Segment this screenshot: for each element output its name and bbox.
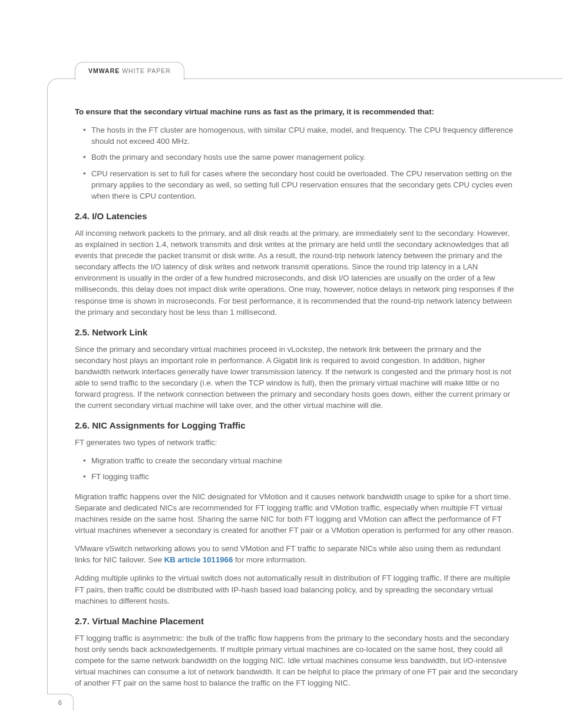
page-number: 6 <box>47 694 74 710</box>
list-item: The hosts in the FT cluster are homogeno… <box>83 124 518 147</box>
section-p3-26: Adding multiple uplinks to the virtual s… <box>75 572 518 606</box>
list-item: CPU reservation is set to full for cases… <box>83 168 518 202</box>
section-body-25: Since the primary and secondary virtual … <box>75 344 518 411</box>
header-tab: VMWARE WHITE PAPER <box>75 62 184 80</box>
list-item: FT logging traffic <box>83 471 518 482</box>
traffic-list: Migration traffic to create the secondar… <box>75 455 518 482</box>
section-heading-25: 2.5. Network Link <box>75 326 518 339</box>
section-body-24: All incoming network packets to the prim… <box>75 228 518 318</box>
p2-suffix: for more information. <box>233 555 306 564</box>
list-item: Migration traffic to create the secondar… <box>83 455 518 466</box>
section-heading-26: 2.6. NIC Assignments for Logging Traffic <box>75 419 518 432</box>
section-lead-26: FT generates two types of network traffi… <box>75 437 518 448</box>
header-doctype: WHITE PAPER <box>122 67 171 74</box>
list-item: Both the primary and secondary hosts use… <box>83 151 518 163</box>
section-p1-26: Migration traffic happens over the NIC d… <box>75 491 518 536</box>
intro-text: To ensure that the secondary virtual mac… <box>75 106 518 117</box>
section-body-27: FT logging traffic is asymmetric: the bu… <box>75 633 518 689</box>
kb-article-link[interactable]: KB article 1011966 <box>164 555 233 564</box>
page-content: To ensure that the secondary virtual mac… <box>75 106 518 696</box>
intro-list: The hosts in the FT cluster are homogeno… <box>75 124 518 202</box>
section-p2-26: VMware vSwitch networking allows you to … <box>75 543 518 565</box>
section-heading-27: 2.7. Virtual Machine Placement <box>75 615 518 628</box>
header-brand: VMWARE <box>88 67 120 74</box>
section-heading-24: 2.4. I/O Latencies <box>75 210 518 223</box>
page-number-text: 6 <box>58 699 62 706</box>
